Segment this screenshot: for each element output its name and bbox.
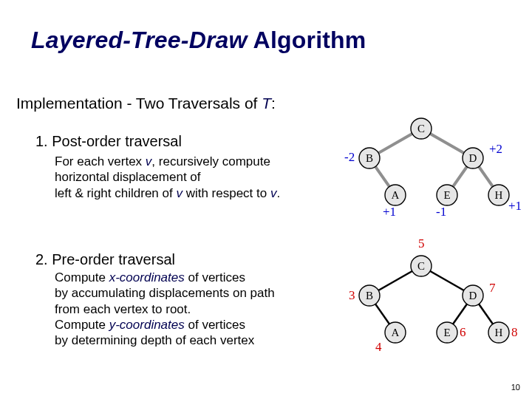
section-1-body: For each vertex v, recursively compute h…	[55, 154, 291, 201]
disp-label-a: +1	[383, 205, 396, 219]
text-run: by determining depth of each vertex	[55, 333, 254, 347]
svg-text:D: D	[469, 152, 477, 164]
figure-coordinates: C B D A E H 5 3 7 4 6 8	[318, 233, 525, 362]
subtitle-variable-t: T	[262, 95, 271, 112]
tree-node-e: E	[437, 322, 457, 343]
text-run: left & right children of	[55, 186, 176, 200]
figure-displacements: C B D A E H -2 +2 +1 -1 +1	[318, 112, 525, 223]
text-run: of vertices	[185, 270, 245, 284]
title-prefix: Layered-Tree-Draw	[31, 27, 248, 53]
svg-text:B: B	[366, 290, 373, 301]
coord-label-c: 5	[418, 236, 425, 250]
slide-title: Layered-Tree-Draw Algorithm	[31, 27, 366, 54]
section-2-body: Compute x-coordinates of vertices by acc…	[55, 270, 291, 348]
svg-text:D: D	[469, 290, 477, 301]
y-coordinates-term: y-coordinates	[109, 318, 185, 332]
svg-text:C: C	[417, 260, 425, 272]
coord-label-h: 8	[511, 325, 518, 339]
text-run: For each vertex	[55, 154, 146, 168]
section-1-heading: 1. Post-order traversal	[35, 133, 182, 150]
text-run: by accumulating displacements on path fr…	[55, 286, 275, 316]
svg-text:A: A	[392, 189, 400, 201]
subtitle-prefix: Implementation - Two Traversals of	[16, 95, 262, 112]
svg-text:C: C	[417, 123, 425, 134]
svg-text:B: B	[366, 152, 373, 164]
disp-label-d: +2	[489, 142, 502, 156]
tree-node-c: C	[411, 118, 432, 139]
tree-node-a: A	[385, 322, 406, 343]
disp-label-b: -2	[344, 150, 355, 164]
tree-node-d: D	[463, 285, 483, 306]
title-suffix: Algorithm	[248, 27, 366, 53]
tree-node-a: A	[385, 185, 406, 205]
text-run: Compute	[55, 270, 109, 284]
tree-node-b: B	[359, 148, 380, 168]
tree-node-h: H	[488, 322, 509, 343]
tree-node-b: B	[359, 285, 380, 306]
svg-text:H: H	[495, 327, 503, 338]
svg-text:E: E	[443, 189, 450, 201]
disp-label-h: +1	[508, 199, 522, 213]
tree-node-h: H	[488, 185, 509, 205]
text-run: .	[276, 186, 280, 200]
text-run: Compute	[55, 318, 109, 332]
coord-label-e: 6	[460, 325, 466, 339]
text-run: of vertices	[185, 318, 245, 332]
coord-label-b: 3	[349, 288, 355, 302]
svg-text:A: A	[392, 327, 400, 338]
page-number: 10	[511, 383, 520, 392]
tree-node-e: E	[437, 185, 457, 205]
tree-node-c: C	[411, 256, 432, 276]
variable-v: v	[176, 186, 183, 200]
x-coordinates-term: x-coordinates	[109, 270, 185, 284]
svg-text:H: H	[495, 189, 503, 201]
svg-text:E: E	[443, 327, 450, 338]
subtitle-suffix: :	[271, 95, 276, 112]
coord-label-d: 7	[489, 281, 496, 295]
text-run: with respect to	[183, 186, 270, 200]
subtitle: Implementation - Two Traversals of T:	[16, 95, 276, 112]
section-2-heading: 2. Pre-order traversal	[35, 251, 175, 268]
disp-label-e: -1	[436, 205, 446, 219]
coord-label-a: 4	[375, 340, 382, 354]
tree-node-d: D	[463, 148, 483, 168]
